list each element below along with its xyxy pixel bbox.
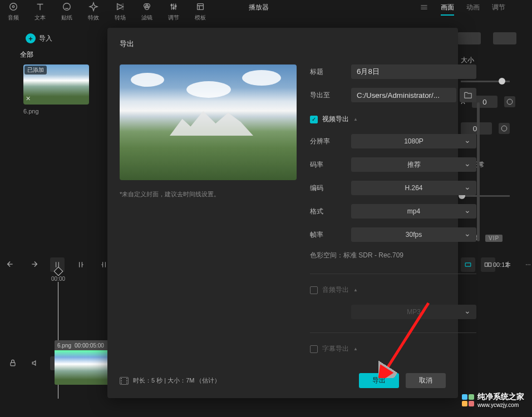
dialog-scrollbar[interactable] — [477, 102, 480, 241]
footer-info: 时长：5 秒 | 大小：7M （估计） — [133, 376, 220, 385]
tool-filter[interactable]: 滤镜 — [134, 1, 160, 22]
size-label: 大小 — [461, 56, 515, 65]
svg-rect-9 — [198, 4, 204, 10]
tab-adjust-right[interactable]: 调节 — [492, 3, 505, 16]
adjust-icon — [168, 1, 179, 12]
resolution-label: 分辨率 — [310, 137, 351, 146]
svg-point-8 — [175, 6, 176, 7]
player-header: 播放器 — [249, 3, 269, 12]
mute-track-button[interactable] — [28, 356, 42, 370]
tool-adjust[interactable]: 调节 — [160, 1, 187, 22]
cancel-button[interactable]: 取消 — [406, 373, 446, 388]
tab-picture[interactable]: 画面 — [441, 3, 454, 16]
remove-icon[interactable]: ✕ — [26, 95, 31, 102]
export-dialog: 导出 *未自定义封面，建议去时间线设置。 标题 导出至 — [107, 28, 458, 398]
watermark: 纯净系统之家 www.ycwzjy.com — [462, 392, 524, 408]
svg-point-7 — [173, 7, 175, 9]
tool-text[interactable]: 文本 — [27, 1, 53, 22]
preview-note: *未自定义封面，建议去时间线设置。 — [120, 190, 297, 198]
export-button[interactable]: 导出 — [359, 373, 399, 388]
film-icon — [120, 377, 129, 385]
preview-thumbnail[interactable] — [120, 64, 297, 180]
codec-label: 编码 — [310, 183, 351, 193]
audio-section-title: 音频导出 — [322, 285, 349, 295]
import-button[interactable]: + 导入 — [26, 33, 52, 43]
browse-folder-button[interactable] — [460, 88, 476, 102]
sticker-icon — [61, 1, 72, 12]
split-left-button[interactable] — [73, 257, 88, 272]
title-input[interactable] — [351, 64, 476, 79]
subtitle-export-checkbox[interactable] — [310, 345, 318, 353]
text-icon — [35, 1, 46, 12]
watermark-url: www.ycwzjy.com — [477, 402, 524, 408]
all-label[interactable]: 全部 — [20, 50, 33, 59]
audio-format-select: MP3 — [351, 305, 476, 319]
svg-point-10 — [507, 99, 513, 105]
tab-animation[interactable]: 动画 — [466, 3, 480, 16]
svg-rect-15 — [11, 363, 15, 366]
bitrate-select[interactable]: 推荐 — [351, 157, 476, 172]
clip-duration: 00:00:05:00 — [75, 342, 104, 349]
export-to-label: 导出至 — [310, 91, 351, 100]
svg-point-1 — [12, 6, 14, 8]
fps-select[interactable]: 30fps — [351, 227, 476, 242]
plus-icon: + — [26, 33, 36, 43]
reset-x-button[interactable] — [504, 96, 515, 107]
svg-point-2 — [63, 3, 71, 11]
dialog-title: 导出 — [120, 39, 446, 49]
added-badge: 已添加 — [24, 66, 47, 75]
filter-icon — [141, 1, 152, 12]
more-button[interactable] — [521, 257, 532, 272]
template-icon — [195, 1, 206, 12]
thumbnail-name: 6.png — [23, 108, 39, 115]
reset-rotation-button[interactable] — [499, 123, 510, 134]
resolution-select[interactable]: 1080P — [351, 134, 476, 148]
tool-template[interactable]: 模板 — [187, 1, 214, 22]
collapse-icon[interactable]: ▲ — [353, 117, 358, 122]
effects-icon — [88, 1, 99, 12]
audio-icon — [8, 1, 19, 12]
redo-button[interactable] — [27, 257, 41, 272]
right-tabs: 画面 动画 调节 — [441, 3, 505, 16]
folder-icon — [464, 91, 472, 99]
svg-point-6 — [171, 4, 173, 6]
undo-button[interactable] — [3, 257, 18, 272]
lock-track-button[interactable] — [6, 356, 20, 370]
time-marker: 00:12 — [493, 261, 509, 268]
tool-effects[interactable]: 特效 — [80, 1, 107, 22]
video-section-title: 视频导出 — [322, 115, 349, 124]
tool-sticker[interactable]: 贴纸 — [53, 1, 80, 22]
collapse-icon[interactable]: ▲ — [353, 287, 358, 292]
export-path-input[interactable] — [351, 88, 456, 102]
format-select[interactable]: mp4 — [351, 204, 476, 219]
title-label: 标题 — [310, 67, 351, 77]
video-export-checkbox[interactable] — [310, 116, 318, 123]
watermark-logo-icon — [462, 394, 474, 406]
watermark-brand: 纯净系统之家 — [477, 392, 524, 402]
svg-rect-13 — [485, 263, 487, 266]
right-btn-basic[interactable] — [457, 32, 481, 44]
playhead-marker-icon — [53, 267, 63, 276]
tool-transition[interactable]: 转场 — [107, 1, 134, 22]
codec-select[interactable]: H.264 — [351, 181, 476, 195]
player-menu-icon[interactable] — [420, 3, 428, 13]
fps-label: 帧率 — [310, 230, 351, 240]
bitrate-label: 码率 — [310, 160, 351, 170]
svg-point-0 — [10, 3, 17, 11]
media-thumbnail[interactable]: 已添加 ✕ — [23, 64, 89, 105]
collapse-icon[interactable]: ▲ — [353, 346, 358, 351]
clip-name: 6.png — [57, 342, 71, 349]
tool-audio[interactable]: 音频 — [0, 1, 27, 22]
colorspace-text: 色彩空间：标准 SDR - Rec.709 — [310, 251, 476, 260]
subtitle-section-title: 字幕导出 — [322, 344, 349, 354]
svg-point-11 — [501, 126, 507, 131]
audio-export-checkbox[interactable] — [310, 286, 318, 294]
svg-rect-14 — [489, 263, 491, 266]
format-label: 格式 — [310, 207, 351, 216]
right-btn-mask[interactable] — [493, 32, 516, 44]
vip-badge: VIP — [485, 235, 503, 242]
transition-icon — [115, 1, 126, 12]
